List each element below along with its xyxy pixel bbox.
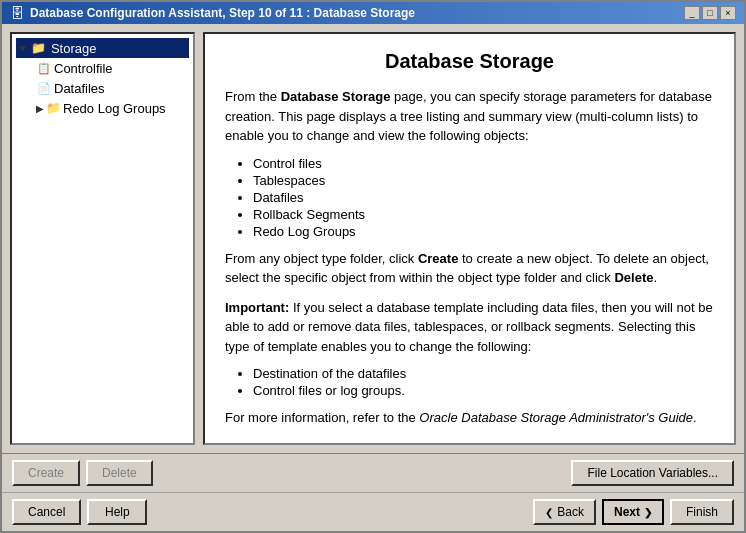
close-button[interactable]: ×	[720, 6, 736, 20]
next-chevron-icon: ❯	[644, 507, 652, 518]
tree-item-controlfile[interactable]: 📋 Controlfile	[36, 58, 189, 78]
file-location-area: File Location Variables...	[571, 460, 734, 486]
right-panel: Database Storage From the Database Stora…	[203, 32, 736, 445]
tree-root-storage[interactable]: ▼ 📁 Storage	[16, 38, 189, 58]
file-location-button[interactable]: File Location Variables...	[571, 460, 734, 486]
titlebar-controls: _ □ ×	[684, 6, 736, 20]
controlfile-icon: 📋	[36, 60, 52, 76]
list-item: Control files or log groups.	[253, 383, 714, 398]
bottom-action-bar: Create Delete File Location Variables...	[2, 453, 744, 492]
main-content: ▼ 📁 Storage 📋 Controlfile 📄 Datafiles ▶ …	[2, 24, 744, 453]
left-panel: ▼ 📁 Storage 📋 Controlfile 📄 Datafiles ▶ …	[10, 32, 195, 445]
template-list: Destination of the datafiles Control fil…	[253, 366, 714, 398]
tree-children: 📋 Controlfile 📄 Datafiles ▶ 📁 Redo Log G…	[36, 58, 189, 118]
nav-bar: Cancel Help ❮ Back Next ❯ Finish	[2, 492, 744, 531]
nav-right-buttons: ❮ Back Next ❯ Finish	[533, 499, 734, 525]
tree-item-datafiles-label: Datafiles	[54, 81, 105, 96]
create-delete-paragraph: From any object type folder, click Creat…	[225, 249, 714, 288]
objects-list: Control files Tablespaces Datafiles Roll…	[253, 156, 714, 239]
page-title: Database Storage	[225, 50, 714, 73]
datafiles-icon: 📄	[36, 80, 52, 96]
tree-root-label: Storage	[51, 41, 97, 56]
tree-item-controlfile-label: Controlfile	[54, 61, 113, 76]
tree-item-redolog-label: Redo Log Groups	[63, 101, 166, 116]
list-item: Redo Log Groups	[253, 224, 714, 239]
finish-button[interactable]: Finish	[670, 499, 734, 525]
window-title: Database Configuration Assistant, Step 1…	[30, 6, 415, 20]
folder-icon: 📁	[31, 40, 47, 56]
next-button[interactable]: Next ❯	[602, 499, 664, 525]
tree-item-datafiles[interactable]: 📄 Datafiles	[36, 78, 189, 98]
back-label: Back	[557, 505, 584, 519]
minimize-button[interactable]: _	[684, 6, 700, 20]
delete-button[interactable]: Delete	[86, 460, 153, 486]
intro-paragraph: From the Database Storage page, you can …	[225, 87, 714, 146]
back-chevron-icon: ❮	[545, 507, 553, 518]
tree-item-redolog[interactable]: ▶ 📁 Redo Log Groups	[36, 98, 189, 118]
list-item: Destination of the datafiles	[253, 366, 714, 381]
reference-paragraph: For more information, refer to the Oracl…	[225, 408, 714, 428]
maximize-button[interactable]: □	[702, 6, 718, 20]
nav-left-buttons: Cancel Help	[12, 499, 147, 525]
list-item: Control files	[253, 156, 714, 171]
help-button[interactable]: Help	[87, 499, 147, 525]
main-window: 🗄 Database Configuration Assistant, Step…	[0, 0, 746, 533]
redo-folder-icon: 📁	[45, 100, 61, 116]
important-paragraph: Important: If you select a database temp…	[225, 298, 714, 357]
create-delete-buttons: Create Delete	[12, 460, 153, 486]
create-button[interactable]: Create	[12, 460, 80, 486]
expand-icon: ▼	[18, 43, 28, 54]
list-item: Tablespaces	[253, 173, 714, 188]
cancel-button[interactable]: Cancel	[12, 499, 81, 525]
back-button[interactable]: ❮ Back	[533, 499, 596, 525]
redo-expand-icon: ▶	[36, 103, 44, 114]
next-label: Next	[614, 505, 640, 519]
list-item: Rollback Segments	[253, 207, 714, 222]
list-item: Datafiles	[253, 190, 714, 205]
window-icon: 🗄	[10, 5, 24, 21]
titlebar: 🗄 Database Configuration Assistant, Step…	[2, 2, 744, 24]
titlebar-left: 🗄 Database Configuration Assistant, Step…	[10, 5, 415, 21]
